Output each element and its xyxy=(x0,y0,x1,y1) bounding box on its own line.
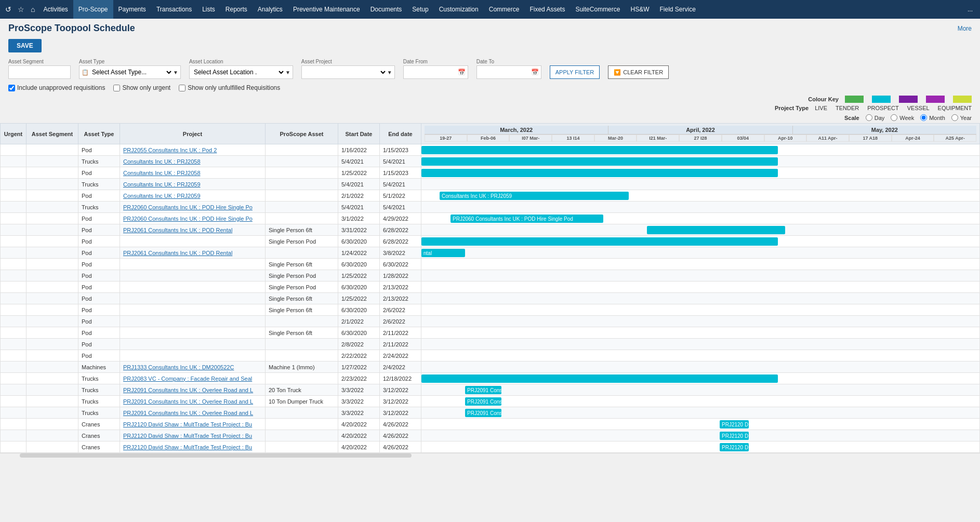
nav-item-lists[interactable]: Lists xyxy=(197,0,220,19)
checkbox-1[interactable]: Show only urgent xyxy=(113,84,170,91)
cell-gantt xyxy=(421,270,980,282)
refresh-icon[interactable]: ↺ xyxy=(2,0,15,19)
gantt-bar[interactable] xyxy=(421,157,778,166)
scale-option-day[interactable]: Day xyxy=(866,114,885,121)
gantt-bar[interactable] xyxy=(421,146,778,154)
cell-segment xyxy=(27,441,78,453)
cell-segment xyxy=(27,304,78,316)
cell-asset: Single Person 6ft xyxy=(266,293,338,304)
nav-item-suitecommerce[interactable]: SuiteCommerce xyxy=(570,0,625,19)
cell-project xyxy=(120,339,266,350)
table-row: TrucksPRJ2091 Consultants Inc UK : Overl… xyxy=(1,407,980,419)
gantt-bar[interactable] xyxy=(421,237,778,246)
asset-project-select[interactable] xyxy=(304,68,387,76)
nav-item-setup[interactable]: Setup xyxy=(407,0,433,19)
scale-option-month[interactable]: Month xyxy=(920,114,945,121)
table-row: PodPRJ2061 Consultants Inc UK : POD Rent… xyxy=(1,247,980,259)
cell-segment xyxy=(27,362,78,373)
colour-label-tender: TENDER xyxy=(836,105,859,111)
cell-segment xyxy=(27,236,78,247)
nav-item-field-service[interactable]: Field Service xyxy=(654,0,700,19)
cell-start: 3/3/2022 xyxy=(338,396,380,407)
scale-option-year[interactable]: Year xyxy=(951,114,972,121)
cell-gantt: ntal xyxy=(421,247,980,259)
scale-option-week[interactable]: Week xyxy=(891,114,914,121)
gantt-bar[interactable] xyxy=(421,169,778,177)
cell-urgent xyxy=(1,202,27,213)
cell-end: 3/8/2022 xyxy=(380,247,421,259)
cell-segment xyxy=(27,282,78,293)
nav-item-activities[interactable]: Activities xyxy=(38,0,73,19)
cell-type: Pod xyxy=(78,293,120,304)
star-icon[interactable]: ☆ xyxy=(15,0,28,19)
nav-item-pro-scope[interactable]: Pro-Scope xyxy=(73,0,113,19)
asset-segment-input[interactable] xyxy=(8,65,71,79)
nav-item-hs&w[interactable]: HS&W xyxy=(625,0,654,19)
gantt-bar[interactable] xyxy=(647,226,785,234)
clear-filter-button[interactable]: 🔽 CLEAR FILTER xyxy=(608,65,669,79)
date-from-input[interactable] xyxy=(406,69,458,76)
cell-end: 1/15/2023 xyxy=(380,144,421,156)
home-icon[interactable]: ⌂ xyxy=(28,0,38,19)
nav-item-preventive-maintenance[interactable]: Preventive Maintenance xyxy=(288,0,365,19)
cell-type: Trucks xyxy=(78,156,120,167)
gantt-bar[interactable]: PRJ2060 Consultants Inc UK : POD Hire Si… xyxy=(451,215,603,223)
gantt-bar[interactable]: PRJ2120 D xyxy=(720,432,749,440)
cell-start: 4/20/2022 xyxy=(338,419,380,430)
gantt-bar[interactable]: PRJ2091 Consu xyxy=(465,386,501,394)
cell-project xyxy=(120,327,266,339)
cell-segment xyxy=(27,270,78,282)
apply-filter-button[interactable]: APPLY FILTER xyxy=(550,65,600,79)
project-type-label: Project Type xyxy=(775,105,809,111)
gantt-bar[interactable]: PRJ2120 D xyxy=(720,443,749,451)
asset-location-label: Asset Location xyxy=(189,59,293,64)
cell-urgent xyxy=(1,190,27,202)
cell-asset: Single Person Pod xyxy=(266,270,338,282)
cell-project: PRJ2120 David Shaw : MultTrade Test Proj… xyxy=(120,430,266,441)
nav-more[interactable]: ... xyxy=(962,6,978,13)
save-button[interactable]: SAVE xyxy=(8,39,42,52)
asset-project-chevron: ▼ xyxy=(387,70,392,75)
gantt-bar[interactable]: PRJ2091 Consu xyxy=(465,409,501,417)
table-row: PodSingle Person 6ft6/30/20206/30/2022 xyxy=(1,259,980,270)
table-row: PodConsultants Inc UK : PRJ20592/1/20225… xyxy=(1,190,980,202)
gantt-bar[interactable]: PRJ2120 D xyxy=(720,420,749,429)
gantt-bar[interactable]: Consultants Inc UK : PRJ2059 xyxy=(440,192,629,200)
nav-item-payments[interactable]: Payments xyxy=(113,0,151,19)
cell-type: Pod xyxy=(78,144,120,156)
table-row: PodSingle Person 6ft1/25/20222/13/2022 xyxy=(1,293,980,304)
date-to-input[interactable] xyxy=(479,69,531,76)
table-row: PodPRJ2055 Consultants Inc UK : Pod 21/1… xyxy=(1,144,980,156)
calendar-to-icon[interactable]: 📅 xyxy=(531,69,539,76)
cell-segment xyxy=(27,384,78,396)
nav-item-reports[interactable]: Reports xyxy=(220,0,253,19)
cell-asset xyxy=(266,144,338,156)
calendar-from-icon[interactable]: 📅 xyxy=(458,69,466,76)
cell-start: 6/30/2020 xyxy=(338,259,380,270)
cell-urgent xyxy=(1,224,27,236)
cell-segment xyxy=(27,167,78,179)
nav-item-transactions[interactable]: Transactions xyxy=(151,0,197,19)
asset-location-select[interactable]: Select Asset Location . xyxy=(192,68,285,76)
asset-type-select[interactable]: Select Asset Type... xyxy=(90,68,173,76)
nav-item-customization[interactable]: Customization xyxy=(434,0,484,19)
table-row: Pod2/22/20222/24/2022 xyxy=(1,350,980,362)
nav-item-documents[interactable]: Documents xyxy=(365,0,407,19)
checkbox-2[interactable]: Show only unfulfilled Requisitions xyxy=(179,84,280,91)
cell-gantt xyxy=(421,202,980,213)
gantt-bar[interactable]: PRJ2091 Consu xyxy=(465,397,501,406)
cell-asset: 20 Ton Truck xyxy=(266,384,338,396)
cell-asset xyxy=(266,179,338,190)
cell-start: 5/4/2021 xyxy=(338,202,380,213)
gantt-bar[interactable]: ntal xyxy=(421,249,465,257)
gantt-bar[interactable] xyxy=(421,374,778,383)
cell-type: Pod xyxy=(78,167,120,179)
nav-item-analytics[interactable]: Analytics xyxy=(253,0,288,19)
cell-type: Trucks xyxy=(78,384,120,396)
nav-item-fixed-assets[interactable]: Fixed Assets xyxy=(524,0,570,19)
more-link[interactable]: More xyxy=(958,25,972,32)
nav-item-commerce[interactable]: Commerce xyxy=(484,0,525,19)
th-type: Asset Type xyxy=(78,124,120,144)
checkbox-0[interactable]: Include unapproved requisitions xyxy=(8,84,105,91)
colour-swatch-prospect xyxy=(899,96,918,103)
